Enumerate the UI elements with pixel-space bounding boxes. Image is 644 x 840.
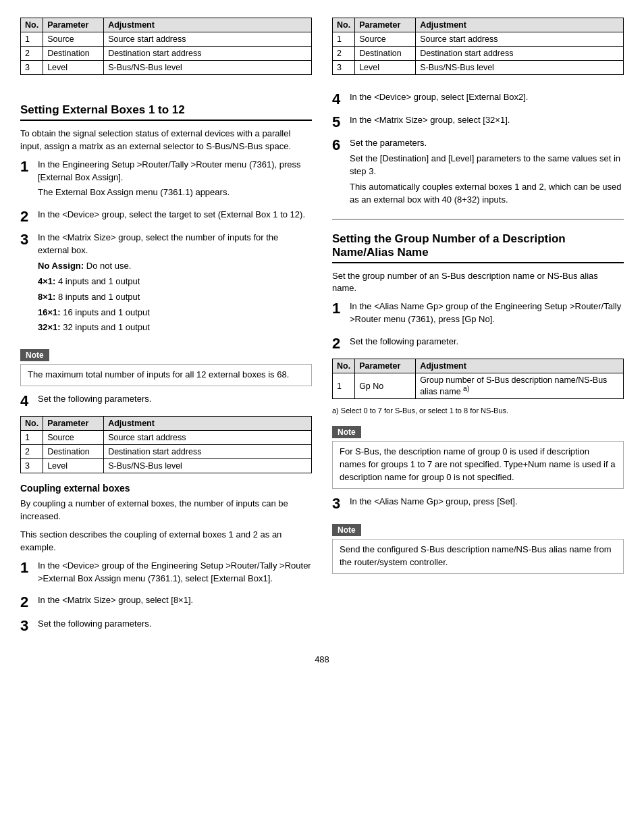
th-no: No. <box>21 417 43 431</box>
th-no: No. <box>333 18 355 32</box>
th-param: Parameter <box>43 18 104 32</box>
table-row: 3 Level S-Bus/NS-Bus level <box>333 61 624 75</box>
group-section-title: Setting the Group Number of a Descriptio… <box>332 232 624 263</box>
section-title-external-boxes: Setting External Boxes 1 to 12 <box>20 103 312 121</box>
right-step-num-4: 4 <box>332 91 344 107</box>
th-adj: Adjustment <box>104 417 312 431</box>
note-label-3: Note <box>332 524 361 536</box>
note-2-content: For S-Bus, the description name of group… <box>332 441 624 489</box>
table-row: 1 Source Source start address <box>21 32 312 47</box>
footnote: a) Select 0 to 7 for S-Bus, or select 1 … <box>332 406 624 417</box>
group-step-num-3: 3 <box>332 496 344 512</box>
note-1-box: Note The maximum total number of inputs … <box>20 344 312 386</box>
group-step-1-content: In the <Alias Name Gp> group of the Engi… <box>350 300 624 329</box>
note-1-content: The maximum total number of inputs for a… <box>20 364 312 386</box>
coupling-step-3: 3 Set the following parameters. <box>20 618 312 634</box>
top-left-table: No. Parameter Adjustment 1 Source Source… <box>20 18 312 75</box>
32x1-label: 32×1: <box>38 322 61 332</box>
note-label-1: Note <box>20 349 49 361</box>
table-row: 3 Level S-Bus/NS-Bus level <box>21 61 312 75</box>
right-step-6-content: Set the parameters. Set the [Destination… <box>350 137 624 209</box>
top-tables-section: No. Parameter Adjustment 1 Source Source… <box>20 14 624 82</box>
coupling-intro-1: By coupling a number of external boxes, … <box>20 498 312 523</box>
coupling-step-2-content: In the <Matrix Size> group, select [8×1]… <box>38 594 312 610</box>
step-4-content: Set the following parameters. <box>38 393 312 409</box>
group-step-3-content: In the <Alias Name Gp> group, press [Set… <box>350 496 624 511</box>
th-adj: Adjustment <box>416 359 624 373</box>
th-no: No. <box>333 359 355 373</box>
note-3-content: Send the configured S-Bus description na… <box>332 539 624 574</box>
section-intro: To obtain the signal selection status of… <box>20 128 312 153</box>
right-step-num-5: 5 <box>332 114 344 130</box>
coupling-step-1: 1 In the <Device> group of the Engineeri… <box>20 560 312 588</box>
right-step-5: 5 In the <Matrix Size> group, select [32… <box>332 114 624 130</box>
step-num-2: 2 <box>20 209 32 225</box>
step-1: 1 In the Engineering Setup >Router/Tally… <box>20 159 312 203</box>
note-3-box: Note Send the configured S-Bus descripti… <box>332 519 624 574</box>
group-step-2-content: Set the following parameter. <box>350 336 624 351</box>
param-table-left: No. Parameter Adjustment 1 Source Source… <box>20 416 312 473</box>
table-row: 2 Destination Destination start address <box>333 47 624 61</box>
group-step-num-1: 1 <box>332 300 344 317</box>
th-adj: Adjustment <box>104 18 312 32</box>
coupling-intro-2: This section describes the coupling of e… <box>20 529 312 554</box>
right-step-5-content: In the <Matrix Size> group, select [32×1… <box>350 114 624 130</box>
right-step-num-6: 6 <box>332 137 344 153</box>
top-table-right: No. Parameter Adjustment 1 Source Source… <box>332 14 624 82</box>
step-num-4: 4 <box>20 393 32 409</box>
table-row: 2 Destination Destination start address <box>21 445 312 459</box>
top-right-table: No. Parameter Adjustment 1 Source Source… <box>332 18 624 75</box>
step-2-content: In the <Device> group, select the target… <box>38 209 312 224</box>
step-1-content: In the Engineering Setup >Router/Tally >… <box>38 159 312 203</box>
th-adj: Adjustment <box>416 18 624 32</box>
right-column: 4 In the <Device> group, select [Externa… <box>332 91 624 641</box>
group-step-3: 3 In the <Alias Name Gp> group, press [S… <box>332 496 624 512</box>
group-step-2: 2 Set the following parameter. <box>332 336 624 352</box>
step-3-content: In the <Matrix Size> group, select the n… <box>38 232 312 337</box>
group-section-intro: Set the group number of an S-Bus descrip… <box>332 270 624 296</box>
8x1-label: 8×1: <box>38 292 55 302</box>
step-num-1: 1 <box>20 159 32 175</box>
th-param: Parameter <box>43 417 104 431</box>
coupling-step-num-1: 1 <box>20 560 32 576</box>
th-no: No. <box>21 18 43 32</box>
right-step-4: 4 In the <Device> group, select [Externa… <box>332 91 624 107</box>
table-row: 1 Source Source start address <box>333 32 624 47</box>
top-table-left: No. Parameter Adjustment 1 Source Source… <box>20 14 312 82</box>
coupling-section-title: Coupling external boxes <box>20 483 312 494</box>
4x1-label: 4×1: <box>38 276 55 286</box>
table-row: 3 Level S-Bus/NS-Bus level <box>21 459 312 473</box>
page-layout: Setting External Boxes 1 to 12 To obtain… <box>20 91 624 641</box>
step-4-left: 4 Set the following parameters. <box>20 393 312 409</box>
coupling-step-2: 2 In the <Matrix Size> group, select [8×… <box>20 594 312 610</box>
coupling-step-num-3: 3 <box>20 618 32 634</box>
note-2-box: Note For S-Bus, the description name of … <box>332 421 624 489</box>
left-column: Setting External Boxes 1 to 12 To obtain… <box>20 91 312 641</box>
note-label-2: Note <box>332 426 361 438</box>
table-row: 1 Gp No Group number of S-Bus descriptio… <box>333 373 624 399</box>
16x1-label: 16×1: <box>38 307 61 317</box>
no-assign-label: No Assign: <box>38 261 84 271</box>
right-step-6: 6 Set the parameters. Set the [Destinati… <box>332 137 624 209</box>
step-3: 3 In the <Matrix Size> group, select the… <box>20 232 312 337</box>
page-number: 488 <box>20 654 624 664</box>
coupling-step-1-content: In the <Device> group of the Engineering… <box>38 560 312 588</box>
table-row: 2 Destination Destination start address <box>21 47 312 61</box>
th-param: Parameter <box>355 18 416 32</box>
th-param: Parameter <box>355 359 416 373</box>
step-2: 2 In the <Device> group, select the targ… <box>20 209 312 225</box>
group-step-1: 1 In the <Alias Name Gp> group of the En… <box>332 300 624 329</box>
table-row: 1 Source Source start address <box>21 431 312 445</box>
coupling-step-3-content: Set the following parameters. <box>38 618 312 633</box>
coupling-step-num-2: 2 <box>20 594 32 610</box>
step-num-3: 3 <box>20 232 32 248</box>
right-step-4-content: In the <Device> group, select [External … <box>350 91 624 107</box>
param-table-right: No. Parameter Adjustment 1 Gp No Group n… <box>332 359 624 399</box>
group-step-num-2: 2 <box>332 336 344 352</box>
